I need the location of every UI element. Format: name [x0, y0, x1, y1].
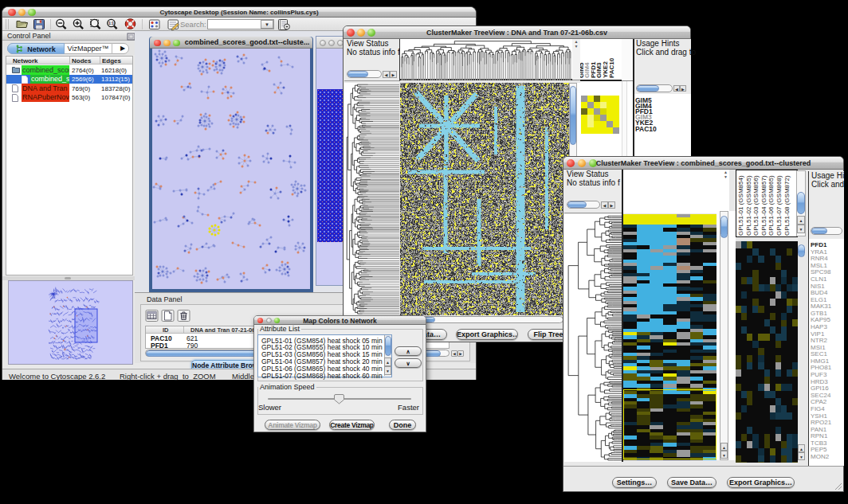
svg-text:GPL51-07 (GSM868): GPL51-07 (GSM868)	[775, 175, 783, 236]
svg-text:GPL51-02 (GSM855): GPL51-02 (GSM855)	[745, 175, 752, 236]
svg-text:GPL51-08 (GSM872): GPL51-08 (GSM872)	[783, 175, 791, 236]
svg-text:PAC10: PAC10	[608, 57, 615, 78]
svg-text:GPL51-06 (GSM865): GPL51-06 (GSM865)	[768, 175, 775, 236]
svg-text:GPL51-01 (GSM854): GPL51-01 (GSM854)	[737, 175, 744, 236]
svg-text:1:1: 1:1	[108, 21, 114, 25]
svg-text:GPL51-03 (GSM856): GPL51-03 (GSM856)	[752, 175, 760, 236]
svg-text:GPL51-04 (GSM857): GPL51-04 (GSM857)	[760, 175, 768, 236]
